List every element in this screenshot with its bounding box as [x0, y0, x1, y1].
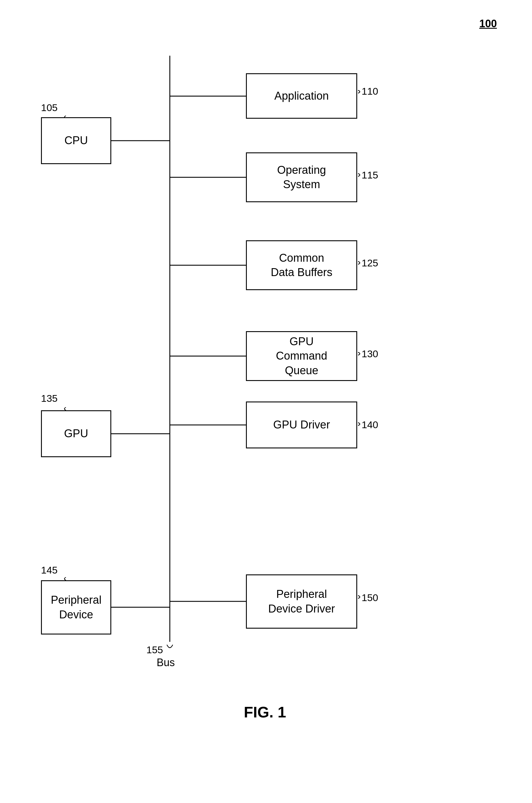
peripheral-label: PeripheralDevice — [51, 593, 101, 622]
ref-105: 105 — [41, 102, 58, 113]
cpu-label: CPU — [64, 133, 88, 148]
ref-145: 145 — [41, 564, 58, 576]
ref-135: 135 — [41, 393, 58, 404]
ref-115: 115 — [362, 169, 378, 181]
ref-125: 125 — [362, 257, 378, 269]
ref-140: 140 — [362, 419, 378, 431]
application-box: Application — [246, 73, 357, 119]
peripheral-box: PeripheralDevice — [41, 580, 111, 635]
gpu-cq-label: GPUCommandQueue — [276, 334, 327, 378]
ref-110: 110 — [362, 86, 378, 97]
cdb-box: CommonData Buffers — [246, 240, 357, 290]
cpu-box: CPU — [41, 117, 111, 164]
fig-label: FIG. 1 — [244, 704, 286, 721]
ref-155: 155 — [146, 644, 163, 656]
gpu-driver-label: GPU Driver — [273, 418, 330, 432]
page-number: 100 — [479, 18, 497, 30]
ref-150: 150 — [362, 592, 378, 603]
gpu-driver-box: GPU Driver — [246, 401, 357, 449]
application-label: Application — [274, 89, 329, 103]
bus-label: Bus — [157, 656, 175, 669]
os-box: OperatingSystem — [246, 152, 357, 202]
ref-130: 130 — [362, 348, 378, 360]
peripheral-driver-box: PeripheralDevice Driver — [246, 574, 357, 628]
gpu-label: GPU — [64, 426, 88, 441]
gpu-box: GPU — [41, 410, 111, 457]
gpu-cq-box: GPUCommandQueue — [246, 331, 357, 381]
cdb-label: CommonData Buffers — [271, 251, 332, 280]
os-label: OperatingSystem — [277, 163, 326, 192]
peripheral-driver-label: PeripheralDevice Driver — [268, 587, 335, 616]
